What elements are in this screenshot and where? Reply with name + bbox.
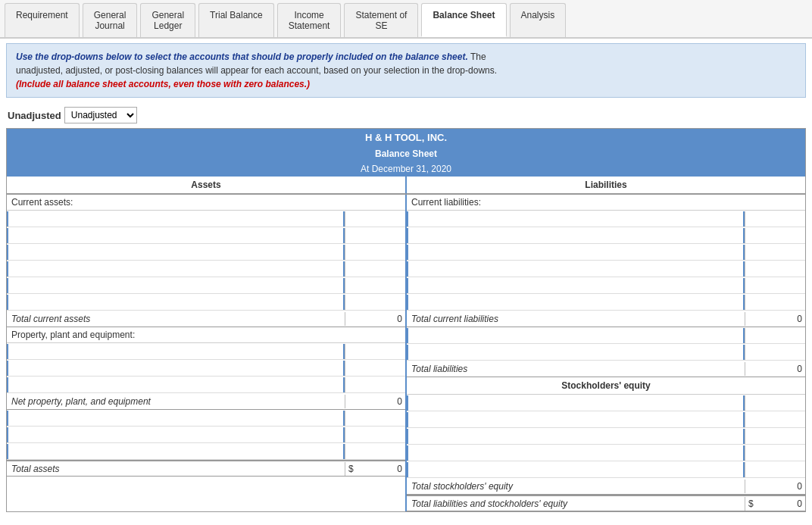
other-asset-value-1[interactable] — [345, 411, 405, 426]
sheet-body: Current assets: — [7, 195, 805, 511]
net-ppe-value: 0 — [345, 395, 405, 408]
ppe-dropdown-2[interactable] — [7, 361, 345, 376]
right-ppe-value-1[interactable] — [745, 328, 805, 343]
total-se-row: Total stockholders' equity 0 — [407, 478, 805, 495]
total-current-assets-row: Total current assets 0 — [7, 311, 405, 327]
liability-value-1[interactable] — [745, 211, 805, 227]
se-value-4[interactable] — [745, 445, 805, 461]
asset-value-1[interactable] — [345, 211, 405, 227]
other-asset-dropdown-3[interactable] — [7, 444, 345, 459]
current-liabilities-label: Current liabilities: — [407, 195, 805, 211]
ppe-dropdown-3[interactable] — [7, 377, 345, 392]
asset-value-4[interactable] — [345, 261, 405, 277]
tab-statement-of-se[interactable]: Statement of SE — [344, 3, 418, 37]
asset-dropdown-4[interactable] — [7, 261, 345, 277]
asset-row-1 — [7, 211, 405, 227]
asset-row-5 — [7, 277, 405, 294]
liability-value-4[interactable] — [745, 261, 805, 277]
other-asset-dropdown-1[interactable] — [7, 411, 345, 426]
other-asset-dropdown-2[interactable] — [7, 427, 345, 442]
liability-row-6 — [407, 294, 805, 311]
ppe-row-3 — [7, 377, 405, 393]
liability-dropdown-5[interactable] — [407, 278, 745, 293]
liabilities-column: Current liabilities: — [407, 195, 805, 511]
tab-income-statement[interactable]: Income Statement — [277, 3, 342, 37]
asset-value-2[interactable] — [345, 228, 405, 243]
tab-trial-balance[interactable]: Trial Balance — [198, 3, 274, 37]
total-se-value: 0 — [745, 480, 805, 493]
tab-general-ledger[interactable]: General Ledger — [140, 3, 195, 37]
total-assets-value: 0 — [397, 464, 402, 474]
assets-header: Assets — [7, 177, 407, 194]
total-assets-prefix-val: $ 0 — [345, 462, 405, 476]
se-dropdown-5[interactable] — [407, 462, 745, 477]
ppe-value-1[interactable] — [345, 344, 405, 359]
info-box: Use the drop-downs below to select the a… — [6, 43, 806, 98]
right-ppe-dropdown-1[interactable] — [407, 328, 745, 343]
liability-dropdown-2[interactable] — [407, 228, 745, 243]
assets-column: Current assets: — [7, 195, 407, 511]
asset-dropdown-3[interactable] — [7, 245, 345, 260]
se-value-3[interactable] — [745, 429, 805, 444]
ppe-row-1 — [7, 343, 405, 360]
se-dropdown-3[interactable] — [407, 429, 745, 444]
se-dropdown-4[interactable] — [407, 445, 745, 461]
right-ppe-row-2 — [407, 344, 805, 361]
se-value-2[interactable] — [745, 412, 805, 427]
other-asset-row-2 — [7, 427, 405, 443]
other-asset-value-2[interactable] — [345, 427, 405, 442]
other-asset-row-1 — [7, 410, 405, 427]
asset-dropdown-1[interactable] — [7, 211, 345, 227]
total-liabilities-se-row: Total liabilities and stockholders' equi… — [407, 495, 805, 511]
total-liabilities-se-dollar: $ — [748, 498, 754, 509]
other-asset-value-3[interactable] — [345, 444, 405, 459]
total-current-liabilities-label: Total current liabilities — [407, 312, 745, 326]
asset-value-6[interactable] — [345, 295, 405, 310]
ppe-row-2 — [7, 360, 405, 377]
stockholders-equity-header: Stockholders' equity — [407, 377, 805, 395]
asset-value-5[interactable] — [345, 278, 405, 293]
tab-general-journal[interactable]: General Journal — [83, 3, 138, 37]
liability-value-3[interactable] — [745, 245, 805, 260]
ppe-dropdown-1[interactable] — [7, 344, 345, 359]
net-ppe-label: Net property, plant, and equipment — [7, 395, 345, 408]
liability-value-5[interactable] — [745, 278, 805, 293]
total-liabilities-value: 0 — [745, 362, 805, 376]
se-value-5[interactable] — [745, 462, 805, 477]
asset-dropdown-6[interactable] — [7, 295, 345, 310]
total-liabilities-se-value: 0 — [797, 498, 802, 509]
dropdown-label: Unadjusted — [8, 110, 61, 121]
se-dropdown-2[interactable] — [407, 412, 745, 427]
tab-analysis[interactable]: Analysis — [510, 3, 567, 37]
liability-row-1 — [407, 211, 805, 227]
total-assets-row: Total assets $ 0 — [7, 460, 405, 477]
total-liabilities-row: Total liabilities 0 — [407, 361, 805, 377]
asset-dropdown-2[interactable] — [7, 228, 345, 243]
balance-type-select[interactable]: Unadjusted Adjusted Post-closing — [64, 107, 137, 123]
total-current-liabilities-value: 0 — [745, 312, 805, 326]
right-ppe-dropdown-2[interactable] — [407, 345, 745, 360]
right-ppe-row-1 — [407, 327, 805, 344]
current-assets-label: Current assets: — [7, 195, 405, 211]
tab-requirement[interactable]: Requirement — [5, 3, 80, 37]
total-assets-label: Total assets — [7, 462, 345, 476]
asset-dropdown-5[interactable] — [7, 278, 345, 293]
liability-row-3 — [407, 244, 805, 261]
liabilities-header: Liabilities — [407, 177, 805, 194]
se-dropdown-1[interactable] — [407, 395, 745, 411]
ppe-value-3[interactable] — [345, 377, 405, 392]
liability-dropdown-1[interactable] — [407, 211, 745, 227]
liability-dropdown-4[interactable] — [407, 261, 745, 277]
se-row-3 — [407, 428, 805, 445]
ppe-value-2[interactable] — [345, 361, 405, 376]
tab-balance-sheet[interactable]: Balance Sheet — [421, 3, 506, 37]
liability-dropdown-3[interactable] — [407, 245, 745, 260]
asset-value-3[interactable] — [345, 245, 405, 260]
right-ppe-value-2[interactable] — [745, 345, 805, 360]
total-current-assets-value: 0 — [345, 312, 405, 326]
total-liabilities-label: Total liabilities — [407, 362, 745, 376]
se-value-1[interactable] — [745, 395, 805, 411]
liability-value-2[interactable] — [745, 228, 805, 243]
liability-dropdown-6[interactable] — [407, 295, 745, 310]
liability-value-6[interactable] — [745, 295, 805, 310]
